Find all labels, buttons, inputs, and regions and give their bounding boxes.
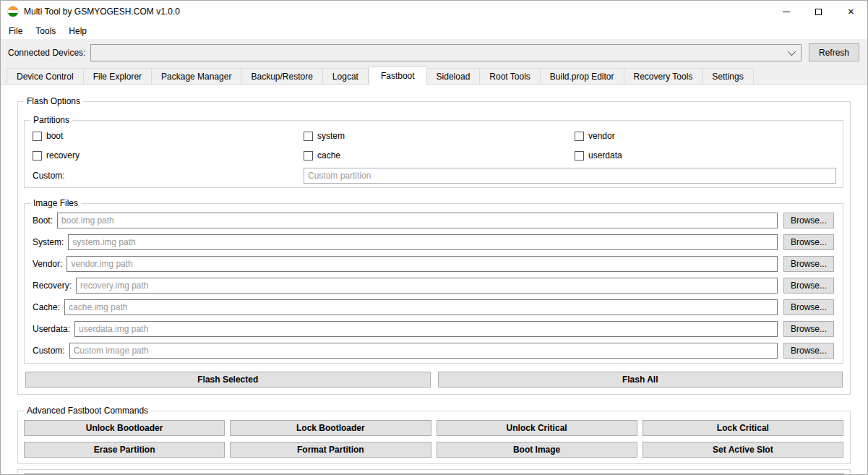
minimize-button[interactable] <box>770 1 802 22</box>
checkbox-system[interactable]: system <box>304 131 575 141</box>
connected-devices-row: Connected Devices: Refresh <box>1 39 867 66</box>
unlock-bootloader-button[interactable]: Unlock Bootloader <box>24 420 225 436</box>
window-controls: × <box>770 1 867 22</box>
partitions-group: Partitions boot system vendor recovery c… <box>24 120 843 188</box>
recovery-browse-button[interactable]: Browse... <box>783 278 834 294</box>
checkbox-cache-label: cache <box>317 150 340 161</box>
custom-image-label: Custom: <box>33 346 65 356</box>
close-icon: × <box>848 8 854 15</box>
boot-image-button[interactable]: Boot Image <box>437 442 637 458</box>
boot-image-input[interactable] <box>57 213 778 228</box>
userdata-browse-button[interactable]: Browse... <box>783 321 834 337</box>
checkbox-recovery[interactable]: recovery <box>33 150 304 161</box>
checkbox-icon <box>33 132 42 141</box>
checkbox-icon <box>304 151 313 161</box>
custom-browse-button[interactable]: Browse... <box>783 343 834 359</box>
tab-recovery-tools[interactable]: Recovery Tools <box>624 68 703 84</box>
checkbox-icon <box>33 151 42 161</box>
cache-browse-button[interactable]: Browse... <box>783 299 834 315</box>
refresh-button[interactable]: Refresh <box>809 43 859 61</box>
minimize-icon <box>783 12 790 12</box>
tab-device-control[interactable]: Device Control <box>7 68 84 84</box>
connected-devices-select[interactable] <box>90 44 802 61</box>
unlock-critical-button[interactable]: Unlock Critical <box>437 420 637 436</box>
cache-image-input[interactable] <box>64 299 778 315</box>
tab-fastboot[interactable]: Fastboot <box>369 67 427 85</box>
checkbox-boot-label: boot <box>46 131 63 141</box>
fastboot-panel: Flash Options Partitions boot system ven… <box>1 84 867 475</box>
tab-settings[interactable]: Settings <box>702 68 753 84</box>
checkbox-vendor-label: vendor <box>588 131 615 141</box>
tab-root-tools[interactable]: Root Tools <box>480 68 540 84</box>
menubar: File Tools Help <box>1 22 867 39</box>
checkbox-userdata-label: userdata <box>588 150 622 161</box>
vendor-image-input[interactable] <box>66 256 778 272</box>
userdata-image-input[interactable] <box>74 321 778 337</box>
system-image-row: System: Browse... <box>33 234 834 250</box>
system-image-input[interactable] <box>68 234 778 250</box>
lock-bootloader-button[interactable]: Lock Bootloader <box>230 420 431 436</box>
checkbox-cache[interactable]: cache <box>304 150 575 161</box>
tab-file-explorer[interactable]: File Explorer <box>84 68 152 84</box>
flash-selected-button[interactable]: Flash Selected <box>25 372 431 388</box>
output-log-group <box>17 469 851 475</box>
partitions-title: Partitions <box>30 115 72 125</box>
format-partition-button[interactable]: Format Partition <box>230 442 431 458</box>
userdata-image-label: Userdata: <box>33 324 70 334</box>
userdata-image-row: Userdata: Browse... <box>33 321 834 337</box>
custom-partition-label: Custom: <box>33 171 304 181</box>
custom-image-row: Custom: Browse... <box>33 343 834 359</box>
vendor-image-row: Vendor: Browse... <box>33 256 834 272</box>
checkbox-icon <box>575 132 584 141</box>
checkbox-icon <box>575 151 584 161</box>
image-files-rows: Boot: Browse... System: Browse... Vendor… <box>25 204 843 359</box>
checkbox-vendor[interactable]: vendor <box>575 131 843 141</box>
advanced-buttons-grid: Unlock Bootloader Lock Bootloader Unlock… <box>24 420 843 458</box>
system-image-label: System: <box>33 237 64 247</box>
custom-image-input[interactable] <box>69 343 778 359</box>
vendor-browse-button[interactable]: Browse... <box>783 256 834 272</box>
menu-help[interactable]: Help <box>62 24 93 38</box>
window-title: Multi Tool by GSMYOGESH.COM v1.0.0 <box>24 7 180 17</box>
connected-devices-label: Connected Devices: <box>8 48 85 58</box>
tab-backup-restore[interactable]: Backup/Restore <box>241 68 322 84</box>
boot-image-label: Boot: <box>33 215 53 226</box>
tab-logcat[interactable]: Logcat <box>323 68 369 84</box>
checkbox-recovery-label: recovery <box>46 150 80 161</box>
chevron-down-icon <box>788 47 796 55</box>
image-files-group: Image Files Boot: Browse... System: Brow… <box>24 203 843 364</box>
app-window: Multi Tool by GSMYOGESH.COM v1.0.0 × Fil… <box>0 0 868 475</box>
close-button[interactable]: × <box>835 1 867 22</box>
tab-buildprop-editor[interactable]: Build.prop Editor <box>541 68 624 84</box>
menu-tools[interactable]: Tools <box>29 24 62 38</box>
lock-critical-button[interactable]: Lock Critical <box>643 420 843 436</box>
set-active-slot-button[interactable]: Set Active Slot <box>643 442 843 458</box>
flash-options-title: Flash Options <box>24 96 83 106</box>
cache-image-row: Cache: Browse... <box>33 299 834 315</box>
maximize-button[interactable] <box>802 1 835 22</box>
vendor-image-label: Vendor: <box>33 259 62 269</box>
boot-browse-button[interactable]: Browse... <box>783 213 834 228</box>
custom-partition-input[interactable] <box>304 168 836 184</box>
checkbox-boot[interactable]: boot <box>33 131 304 141</box>
advanced-fastboot-title: Advanced Fastboot Commands <box>24 406 151 416</box>
erase-partition-button[interactable]: Erase Partition <box>24 442 225 458</box>
recovery-image-label: Recovery: <box>33 281 72 291</box>
image-files-title: Image Files <box>30 198 81 208</box>
recovery-image-input[interactable] <box>76 278 778 294</box>
maximize-icon <box>815 9 822 15</box>
checkbox-userdata[interactable]: userdata <box>575 150 843 161</box>
cache-image-label: Cache: <box>33 302 60 312</box>
tab-package-manager[interactable]: Package Manager <box>152 68 241 84</box>
titlebar: Multi Tool by GSMYOGESH.COM v1.0.0 × <box>1 1 867 22</box>
flash-actions-row: Flash Selected Flash All <box>25 372 843 388</box>
menu-file[interactable]: File <box>2 24 29 38</box>
recovery-image-row: Recovery: Browse... <box>33 278 834 294</box>
tab-sideload[interactable]: Sideload <box>427 68 481 84</box>
flash-all-button[interactable]: Flash All <box>438 372 843 388</box>
partitions-checkbox-grid: boot system vendor recovery cache userda… <box>33 131 843 161</box>
advanced-fastboot-group: Advanced Fastboot Commands Unlock Bootlo… <box>17 411 851 464</box>
system-browse-button[interactable]: Browse... <box>783 234 834 250</box>
custom-partition-row: Custom: <box>33 168 836 184</box>
flash-options-group: Flash Options Partitions boot system ven… <box>17 101 851 395</box>
